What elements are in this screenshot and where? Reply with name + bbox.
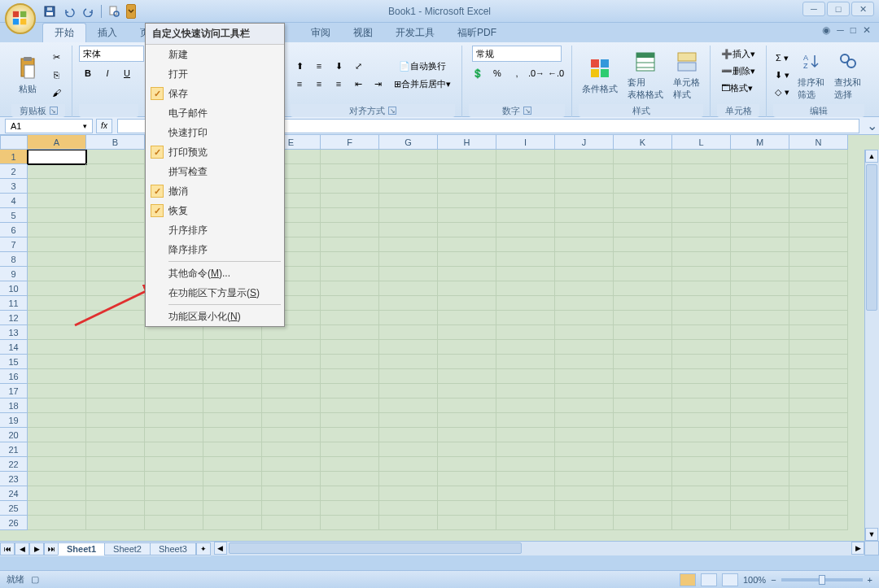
cell[interactable] bbox=[28, 516, 86, 530]
cell[interactable] bbox=[789, 325, 848, 340]
scroll-up[interactable]: ▲ bbox=[865, 150, 878, 163]
cell[interactable] bbox=[614, 179, 672, 194]
menu-more-commands[interactable]: 其他命令(M)... bbox=[146, 264, 284, 283]
cell[interactable] bbox=[379, 413, 438, 428]
cell[interactable] bbox=[262, 325, 321, 340]
vertical-scrollbar[interactable]: ▲ ▼ bbox=[864, 150, 879, 541]
cell[interactable] bbox=[731, 472, 789, 486]
sheet-tab[interactable]: Sheet1 bbox=[58, 542, 105, 555]
qat-menu-item[interactable]: ✓撤消 bbox=[146, 181, 284, 201]
cell[interactable] bbox=[789, 267, 848, 281]
cell[interactable] bbox=[379, 223, 438, 237]
cell[interactable] bbox=[145, 413, 203, 428]
cell[interactable] bbox=[321, 208, 379, 223]
cell[interactable] bbox=[672, 311, 731, 325]
cell[interactable] bbox=[555, 399, 614, 413]
cell[interactable] bbox=[28, 311, 86, 325]
cell[interactable] bbox=[672, 442, 731, 457]
tab-developer[interactable]: 开发工具 bbox=[384, 24, 446, 42]
cell[interactable] bbox=[86, 369, 145, 384]
cell[interactable] bbox=[28, 428, 86, 442]
cell[interactable] bbox=[789, 369, 848, 384]
qat-redo[interactable] bbox=[81, 4, 96, 19]
row-header[interactable]: 4 bbox=[0, 194, 28, 208]
cell[interactable] bbox=[321, 413, 379, 428]
macro-record-icon[interactable]: ▢ bbox=[31, 574, 39, 585]
cell[interactable] bbox=[555, 325, 614, 340]
sheet-nav-last[interactable]: ⏭ bbox=[44, 542, 59, 555]
cell[interactable] bbox=[86, 399, 145, 413]
cell[interactable] bbox=[496, 369, 555, 384]
cell[interactable] bbox=[672, 516, 731, 530]
cell[interactable] bbox=[379, 296, 438, 311]
cell[interactable] bbox=[672, 501, 731, 516]
tab-review[interactable]: 审阅 bbox=[300, 24, 342, 42]
cell[interactable] bbox=[86, 208, 145, 223]
cell[interactable] bbox=[672, 486, 731, 501]
hscroll-thumb[interactable] bbox=[229, 542, 522, 554]
cell[interactable] bbox=[379, 399, 438, 413]
qat-save[interactable] bbox=[42, 4, 57, 19]
zoom-slider[interactable] bbox=[781, 578, 863, 581]
cell[interactable] bbox=[555, 237, 614, 252]
row-header[interactable]: 6 bbox=[0, 223, 28, 237]
cell[interactable] bbox=[555, 252, 614, 267]
col-header-J[interactable]: J bbox=[555, 135, 614, 150]
cell[interactable] bbox=[28, 179, 86, 194]
row-header[interactable]: 1 bbox=[0, 150, 28, 164]
col-header-H[interactable]: H bbox=[438, 135, 496, 150]
cell[interactable] bbox=[672, 267, 731, 281]
cell[interactable] bbox=[438, 442, 496, 457]
format-painter-button[interactable]: 🖌 bbox=[47, 85, 65, 101]
percent-button[interactable]: % bbox=[488, 65, 506, 81]
cell[interactable] bbox=[438, 399, 496, 413]
doc-close[interactable]: ✕ bbox=[863, 24, 871, 36]
col-header-K[interactable]: K bbox=[614, 135, 672, 150]
doc-minimize[interactable]: ─ bbox=[837, 24, 844, 36]
wrap-text-button[interactable]: 📄 自动换行 bbox=[390, 58, 455, 74]
cell[interactable] bbox=[145, 399, 203, 413]
cell[interactable] bbox=[262, 428, 321, 442]
cell[interactable] bbox=[145, 340, 203, 355]
cell[interactable] bbox=[555, 413, 614, 428]
cell[interactable] bbox=[28, 472, 86, 486]
view-page-break[interactable] bbox=[722, 573, 738, 586]
cell[interactable] bbox=[28, 355, 86, 369]
cell[interactable] bbox=[262, 501, 321, 516]
cell[interactable] bbox=[672, 413, 731, 428]
cell[interactable] bbox=[86, 486, 145, 501]
cell[interactable] bbox=[145, 369, 203, 384]
cell[interactable] bbox=[555, 296, 614, 311]
cell[interactable] bbox=[789, 311, 848, 325]
cell[interactable] bbox=[496, 296, 555, 311]
cell[interactable] bbox=[731, 252, 789, 267]
cell[interactable] bbox=[203, 457, 262, 472]
cell[interactable] bbox=[496, 442, 555, 457]
zoom-out[interactable]: − bbox=[771, 575, 776, 585]
cell[interactable] bbox=[86, 281, 145, 296]
tab-view[interactable]: 视图 bbox=[342, 24, 384, 42]
cell[interactable] bbox=[145, 355, 203, 369]
sort-filter-button[interactable]: AZ排序和 筛选 bbox=[794, 47, 828, 102]
cell[interactable] bbox=[28, 413, 86, 428]
merge-center-button[interactable]: ⊞ 合并后居中 ▾ bbox=[390, 76, 455, 92]
cell[interactable] bbox=[555, 428, 614, 442]
cell[interactable] bbox=[614, 457, 672, 472]
cell[interactable] bbox=[28, 208, 86, 223]
cell[interactable] bbox=[731, 384, 789, 399]
sheet-nav-prev[interactable]: ◀ bbox=[15, 542, 29, 555]
cell[interactable] bbox=[614, 296, 672, 311]
cell[interactable] bbox=[203, 384, 262, 399]
cell[interactable] bbox=[438, 486, 496, 501]
cell[interactable] bbox=[789, 237, 848, 252]
cell[interactable] bbox=[321, 472, 379, 486]
cell[interactable] bbox=[672, 369, 731, 384]
row-header[interactable]: 22 bbox=[0, 457, 28, 472]
insert-cells-button[interactable]: ➕ 插入 ▾ bbox=[717, 46, 759, 62]
cell[interactable] bbox=[28, 296, 86, 311]
cell[interactable] bbox=[203, 501, 262, 516]
cell[interactable] bbox=[731, 501, 789, 516]
cell[interactable] bbox=[438, 428, 496, 442]
vscroll-thumb[interactable] bbox=[866, 164, 877, 311]
cell[interactable] bbox=[614, 355, 672, 369]
